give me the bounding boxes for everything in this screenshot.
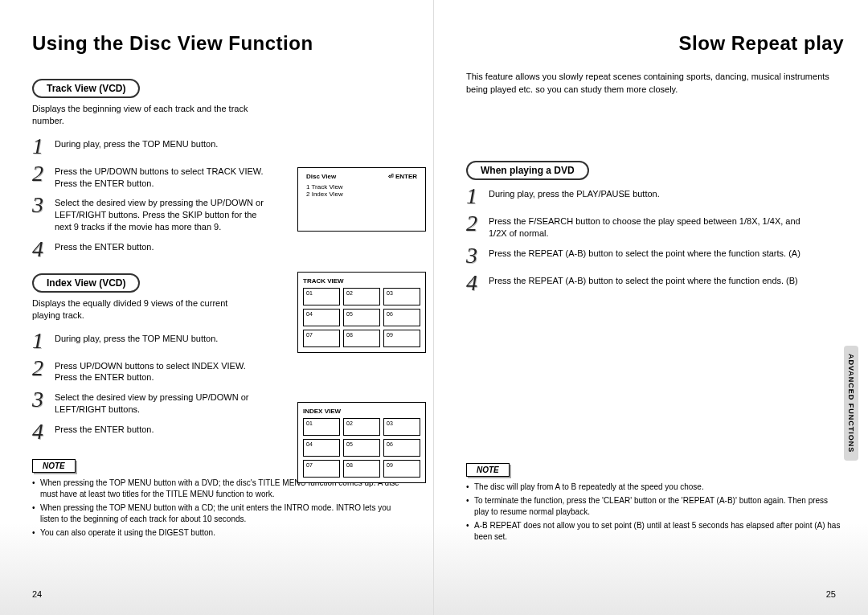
osd-grid-title: TRACK VIEW — [303, 277, 420, 285]
grid-cell: 04 — [303, 439, 340, 457]
grid-cell: 08 — [343, 460, 380, 478]
step-text: Press the ENTER button. — [55, 420, 154, 436]
osd-line: 1 Track View — [306, 183, 417, 191]
grid-cell: 03 — [383, 288, 420, 305]
osd-line: 2 Index View — [306, 191, 417, 198]
step-number: 4 — [32, 420, 55, 443]
step-number: 3 — [32, 388, 55, 411]
right-title: Slow Repeat play — [466, 32, 844, 55]
right-intro: This feature allows you slowly repeat sc… — [466, 71, 844, 96]
step-text: Select the desired view by pressing the … — [55, 194, 264, 233]
right-steps: 1During play, press the PLAY/PAUSE butto… — [466, 185, 844, 294]
step-text: Press the REPEAT (A-B) button to select … — [489, 272, 798, 287]
osd-title: Disc View — [306, 173, 336, 180]
note-item: To terminate the function, press the 'CL… — [466, 495, 844, 518]
pill-when-playing-dvd: When playing a DVD — [466, 161, 589, 180]
pill-index-view: Index View (VCD) — [32, 273, 140, 293]
left-body: Track View (VCD) Displays the beginning … — [32, 71, 409, 539]
note-item: A-B REPEAT does not allow you to set poi… — [466, 520, 844, 543]
grid-cell: 09 — [383, 330, 420, 347]
step-number: 1 — [466, 185, 489, 207]
step-number: 2 — [466, 212, 489, 235]
side-tab-advanced-functions: ADVANCED FUNCTIONS — [844, 346, 858, 461]
grid-cell: 05 — [343, 439, 380, 457]
pill-track-view: Track View (VCD) — [32, 79, 140, 98]
left-page: Using the Disc View Function Track View … — [0, 0, 434, 615]
left-notes: When pressing the TOP MENU button with a… — [32, 478, 409, 539]
grid-cell: 01 — [303, 418, 340, 436]
page-number-left: 24 — [32, 589, 42, 599]
osd-track-grid: TRACK VIEW 01 02 03 04 05 06 07 08 09 — [297, 272, 426, 353]
grid-cell: 06 — [383, 309, 420, 326]
step-text: Press the UP/DOWN buttons to select TRAC… — [55, 162, 264, 190]
step-number: 4 — [466, 272, 489, 294]
step-number: 2 — [32, 357, 55, 379]
osd-grid-title: INDEX VIEW — [303, 408, 420, 415]
page-number-right: 25 — [826, 589, 836, 599]
osd-disc-view: Disc View ENTER 1 Track View 2 Index Vie… — [297, 167, 426, 232]
index-desc: Displays the equally divided 9 views of … — [32, 297, 257, 322]
step-text: Press the REPEAT (A-B) button to select … — [489, 244, 800, 260]
note-item: The disc will play from A to B repeatedl… — [466, 482, 844, 493]
step-text: Press the ENTER button. — [55, 238, 154, 253]
note-label: NOTE — [466, 463, 510, 477]
step-number: 1 — [32, 135, 55, 158]
step-text: During play, press the TOP MENU button. — [55, 135, 218, 150]
grid-cell: 04 — [303, 309, 340, 326]
left-title: Using the Disc View Function — [32, 32, 409, 55]
step-number: 3 — [466, 244, 489, 267]
grid-cell: 09 — [383, 460, 420, 478]
step-text: Press UP/DOWN buttons to select INDEX VI… — [55, 357, 264, 384]
step-number: 3 — [32, 194, 55, 216]
grid-cell: 06 — [383, 439, 420, 457]
grid-cell: 05 — [343, 309, 380, 326]
grid-cell: 02 — [343, 418, 380, 436]
osd-index-grid: INDEX VIEW 01 02 03 04 05 06 07 08 09 — [297, 402, 426, 483]
grid-cell: 07 — [303, 330, 340, 347]
grid-cell: 02 — [343, 288, 380, 305]
grid-cell: 08 — [343, 330, 380, 347]
track-desc: Displays the beginning view of each trac… — [32, 103, 257, 127]
step-number: 4 — [32, 238, 55, 260]
step-number: 1 — [32, 330, 55, 352]
grid-cell: 03 — [383, 418, 420, 436]
note-item: You can also operate it using the DIGEST… — [32, 527, 409, 539]
right-page: Slow Repeat play This feature allows you… — [434, 0, 868, 615]
grid-cell: 07 — [303, 460, 340, 478]
right-notes: The disc will play from A to B repeatedl… — [466, 482, 844, 543]
grid-cell: 01 — [303, 288, 340, 305]
note-item: When pressing the TOP MENU button with a… — [32, 502, 409, 525]
step-text: Select the desired view by pressing UP/D… — [55, 388, 264, 416]
osd-enter-label: ENTER — [388, 173, 417, 180]
step-text: During play, press the PLAY/PAUSE button… — [489, 185, 660, 200]
note-label: NOTE — [32, 459, 76, 473]
step-text: During play, press the TOP MENU button. — [55, 330, 218, 345]
step-number: 2 — [32, 162, 55, 185]
step-text: Press the F/SEARCH button to choose the … — [489, 212, 810, 240]
